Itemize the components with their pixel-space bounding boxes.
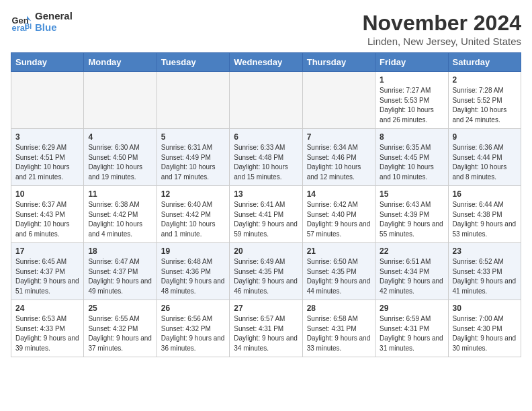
day-info: Sunrise: 6:31 AM Sunset: 4:49 PM Dayligh… <box>161 143 225 182</box>
day-number: 1 <box>380 75 443 85</box>
day-info: Sunrise: 6:30 AM Sunset: 4:50 PM Dayligh… <box>88 143 152 182</box>
calendar-cell <box>230 72 302 129</box>
day-number: 18 <box>88 246 152 256</box>
day-info: Sunrise: 6:34 AM Sunset: 4:46 PM Dayligh… <box>307 143 371 182</box>
day-info: Sunrise: 6:53 AM Sunset: 4:33 PM Dayligh… <box>15 314 79 353</box>
day-info: Sunrise: 6:52 AM Sunset: 4:33 PM Dayligh… <box>453 257 517 296</box>
day-number: 8 <box>380 132 443 142</box>
calendar-cell: 9Sunrise: 6:36 AM Sunset: 4:44 PM Daylig… <box>448 129 521 186</box>
header-tuesday: Tuesday <box>157 53 229 72</box>
calendar-row-4: 17Sunrise: 6:45 AM Sunset: 4:37 PM Dayli… <box>11 243 521 300</box>
header-monday: Monday <box>84 53 157 72</box>
calendar-cell: 5Sunrise: 6:31 AM Sunset: 4:49 PM Daylig… <box>157 129 229 186</box>
day-info: Sunrise: 6:37 AM Sunset: 4:43 PM Dayligh… <box>15 200 79 239</box>
calendar-row-1: 1Sunrise: 7:27 AM Sunset: 5:53 PM Daylig… <box>11 72 521 129</box>
calendar-cell: 28Sunrise: 6:58 AM Sunset: 4:31 PM Dayli… <box>302 300 375 357</box>
calendar-cell: 19Sunrise: 6:48 AM Sunset: 4:36 PM Dayli… <box>157 243 229 300</box>
day-info: Sunrise: 6:58 AM Sunset: 4:31 PM Dayligh… <box>307 314 371 353</box>
calendar-header-row: SundayMondayTuesdayWednesdayThursdayFrid… <box>11 53 521 72</box>
calendar-cell: 20Sunrise: 6:49 AM Sunset: 4:35 PM Dayli… <box>230 243 302 300</box>
calendar-row-3: 10Sunrise: 6:37 AM Sunset: 4:43 PM Dayli… <box>11 186 521 243</box>
logo-icon: Gen eral Blue <box>11 11 32 33</box>
day-number: 27 <box>234 304 298 313</box>
day-number: 7 <box>307 132 371 142</box>
day-info: Sunrise: 6:35 AM Sunset: 4:45 PM Dayligh… <box>380 143 443 182</box>
day-number: 28 <box>307 304 371 313</box>
calendar-cell: 6Sunrise: 6:33 AM Sunset: 4:48 PM Daylig… <box>230 129 302 186</box>
day-info: Sunrise: 7:27 AM Sunset: 5:53 PM Dayligh… <box>380 86 443 125</box>
calendar-cell: 8Sunrise: 6:35 AM Sunset: 4:45 PM Daylig… <box>375 129 448 186</box>
calendar-cell: 24Sunrise: 6:53 AM Sunset: 4:33 PM Dayli… <box>11 300 84 357</box>
day-number: 13 <box>234 189 298 199</box>
day-number: 11 <box>88 189 152 199</box>
day-number: 10 <box>15 189 79 199</box>
calendar-cell: 23Sunrise: 6:52 AM Sunset: 4:33 PM Dayli… <box>448 243 521 300</box>
calendar-row-5: 24Sunrise: 6:53 AM Sunset: 4:33 PM Dayli… <box>11 300 521 357</box>
day-info: Sunrise: 6:57 AM Sunset: 4:31 PM Dayligh… <box>234 314 298 353</box>
day-info: Sunrise: 6:48 AM Sunset: 4:36 PM Dayligh… <box>161 257 225 296</box>
day-info: Sunrise: 6:40 AM Sunset: 4:42 PM Dayligh… <box>161 200 225 239</box>
calendar-cell: 14Sunrise: 6:42 AM Sunset: 4:40 PM Dayli… <box>302 186 375 243</box>
calendar-cell: 11Sunrise: 6:38 AM Sunset: 4:42 PM Dayli… <box>84 186 157 243</box>
day-number: 15 <box>380 189 443 199</box>
day-number: 3 <box>15 132 79 142</box>
calendar-cell: 17Sunrise: 6:45 AM Sunset: 4:37 PM Dayli… <box>11 243 84 300</box>
day-info: Sunrise: 7:00 AM Sunset: 4:30 PM Dayligh… <box>453 314 517 353</box>
day-number: 26 <box>161 304 225 313</box>
calendar-cell: 13Sunrise: 6:41 AM Sunset: 4:41 PM Dayli… <box>230 186 302 243</box>
page-header: Gen eral Blue General Blue November 2024… <box>11 11 521 47</box>
day-number: 25 <box>88 304 152 313</box>
day-number: 23 <box>453 246 517 256</box>
header-saturday: Saturday <box>448 53 521 72</box>
header-friday: Friday <box>375 53 448 72</box>
day-info: Sunrise: 6:33 AM Sunset: 4:48 PM Dayligh… <box>234 143 298 182</box>
day-number: 22 <box>380 246 443 256</box>
day-number: 17 <box>15 246 79 256</box>
logo: Gen eral Blue General Blue <box>11 11 73 33</box>
calendar-row-2: 3Sunrise: 6:29 AM Sunset: 4:51 PM Daylig… <box>11 129 521 186</box>
day-info: Sunrise: 6:41 AM Sunset: 4:41 PM Dayligh… <box>234 200 298 239</box>
day-info: Sunrise: 6:42 AM Sunset: 4:40 PM Dayligh… <box>307 200 371 239</box>
calendar-cell: 12Sunrise: 6:40 AM Sunset: 4:42 PM Dayli… <box>157 186 229 243</box>
calendar-cell: 21Sunrise: 6:50 AM Sunset: 4:35 PM Dayli… <box>302 243 375 300</box>
day-info: Sunrise: 6:47 AM Sunset: 4:37 PM Dayligh… <box>88 257 152 296</box>
calendar-cell: 3Sunrise: 6:29 AM Sunset: 4:51 PM Daylig… <box>11 129 84 186</box>
calendar-cell: 25Sunrise: 6:55 AM Sunset: 4:32 PM Dayli… <box>84 300 157 357</box>
month-title: November 2024 <box>362 11 521 36</box>
calendar-cell: 2Sunrise: 7:28 AM Sunset: 5:52 PM Daylig… <box>448 72 521 129</box>
day-info: Sunrise: 7:28 AM Sunset: 5:52 PM Dayligh… <box>453 86 517 125</box>
day-number: 19 <box>161 246 225 256</box>
day-info: Sunrise: 6:29 AM Sunset: 4:51 PM Dayligh… <box>15 143 79 182</box>
day-number: 30 <box>453 304 517 313</box>
day-info: Sunrise: 6:38 AM Sunset: 4:42 PM Dayligh… <box>88 200 152 239</box>
calendar-cell <box>302 72 375 129</box>
day-number: 9 <box>453 132 517 142</box>
day-info: Sunrise: 6:59 AM Sunset: 4:31 PM Dayligh… <box>380 314 443 353</box>
day-info: Sunrise: 6:51 AM Sunset: 4:34 PM Dayligh… <box>380 257 443 296</box>
day-number: 16 <box>453 189 517 199</box>
calendar-cell <box>84 72 157 129</box>
day-number: 4 <box>88 132 152 142</box>
calendar-cell: 27Sunrise: 6:57 AM Sunset: 4:31 PM Dayli… <box>230 300 302 357</box>
calendar-cell <box>11 72 84 129</box>
calendar-cell: 16Sunrise: 6:44 AM Sunset: 4:38 PM Dayli… <box>448 186 521 243</box>
calendar-cell: 30Sunrise: 7:00 AM Sunset: 4:30 PM Dayli… <box>448 300 521 357</box>
day-number: 12 <box>161 189 225 199</box>
day-number: 6 <box>234 132 298 142</box>
calendar-cell <box>157 72 229 129</box>
day-info: Sunrise: 6:49 AM Sunset: 4:35 PM Dayligh… <box>234 257 298 296</box>
day-info: Sunrise: 6:45 AM Sunset: 4:37 PM Dayligh… <box>15 257 79 296</box>
day-info: Sunrise: 6:44 AM Sunset: 4:38 PM Dayligh… <box>453 200 517 239</box>
calendar-cell: 4Sunrise: 6:30 AM Sunset: 4:50 PM Daylig… <box>84 129 157 186</box>
day-number: 29 <box>380 304 443 313</box>
day-info: Sunrise: 6:50 AM Sunset: 4:35 PM Dayligh… <box>307 257 371 296</box>
calendar-table: SundayMondayTuesdayWednesdayThursdayFrid… <box>11 52 521 357</box>
calendar-cell: 7Sunrise: 6:34 AM Sunset: 4:46 PM Daylig… <box>302 129 375 186</box>
day-info: Sunrise: 6:55 AM Sunset: 4:32 PM Dayligh… <box>88 314 152 353</box>
day-number: 2 <box>453 75 517 85</box>
calendar-cell: 26Sunrise: 6:56 AM Sunset: 4:32 PM Dayli… <box>157 300 229 357</box>
day-number: 24 <box>15 304 79 313</box>
day-number: 14 <box>307 189 371 199</box>
day-info: Sunrise: 6:43 AM Sunset: 4:39 PM Dayligh… <box>380 200 443 239</box>
calendar-cell: 18Sunrise: 6:47 AM Sunset: 4:37 PM Dayli… <box>84 243 157 300</box>
